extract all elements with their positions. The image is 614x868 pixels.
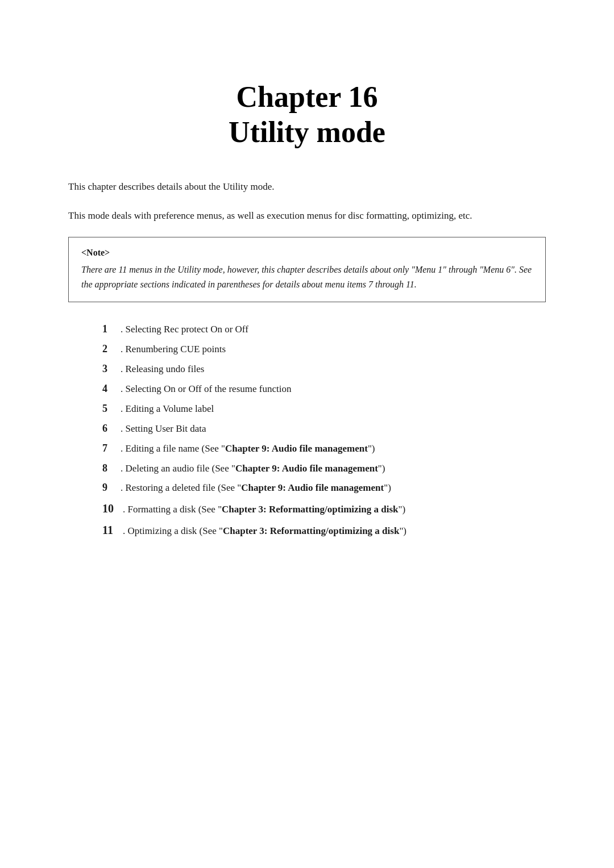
list-item: 2 . Renumbering CUE points — [102, 340, 546, 358]
list-item: 7 . Editing a file name (See "Chapter 9:… — [102, 440, 546, 457]
item-text: . Editing a Volume label — [121, 401, 546, 418]
item-number: 5 — [102, 400, 121, 418]
list-item: 10 . Formatting a disk (See "Chapter 3: … — [102, 499, 546, 518]
intro-paragraph-2: This mode deals with preference menus, a… — [68, 208, 546, 223]
item-number: 1 — [102, 320, 121, 338]
note-content: There are 11 menus in the Utility mode, … — [81, 262, 533, 291]
bold-reference: Chapter 3: Reformatting/optimizing a dis… — [222, 504, 398, 515]
item-number: 9 — [102, 479, 121, 496]
item-text: . Setting User Bit data — [121, 421, 546, 437]
menu-list: 1 . Selecting Rec protect On or Off 2 . … — [102, 320, 546, 540]
item-text: . Optimizing a disk (See "Chapter 3: Ref… — [123, 523, 546, 540]
item-number: 11 — [102, 520, 123, 540]
item-text: . Releasing undo files — [121, 361, 546, 378]
item-text: . Selecting Rec protect On or Off — [121, 322, 546, 338]
item-text: . Renumbering CUE points — [121, 341, 546, 358]
item-number: 7 — [102, 440, 121, 457]
bold-reference: Chapter 9: Audio file management — [225, 443, 368, 454]
item-number: 4 — [102, 380, 121, 398]
item-text: . Deleting an audio file (See "Chapter 9… — [121, 461, 546, 477]
item-number: 3 — [102, 360, 121, 378]
bold-reference: Chapter 9: Audio file management — [235, 463, 378, 474]
item-number: 6 — [102, 420, 121, 437]
intro-paragraph-1: This chapter describes details about the… — [68, 179, 546, 194]
list-item: 9 . Restoring a deleted file (See "Chapt… — [102, 479, 546, 496]
item-text: . Selecting On or Off of the resume func… — [121, 381, 546, 398]
item-text: . Formatting a disk (See "Chapter 3: Ref… — [123, 502, 546, 518]
item-number: 8 — [102, 460, 121, 477]
list-item: 8 . Deleting an audio file (See "Chapter… — [102, 460, 546, 477]
list-item: 4 . Selecting On or Off of the resume fu… — [102, 380, 546, 398]
bold-reference: Chapter 9: Audio file management — [241, 482, 384, 493]
item-number: 2 — [102, 340, 121, 358]
chapter-title-block: Chapter 16 Utility mode — [68, 80, 546, 151]
chapter-number: Chapter 16 — [237, 81, 378, 113]
note-label: <Note> — [81, 248, 533, 258]
chapter-title: Chapter 16 Utility mode — [68, 80, 546, 151]
list-item: 3 . Releasing undo files — [102, 360, 546, 378]
item-text: . Restoring a deleted file (See "Chapter… — [121, 480, 546, 496]
list-item: 11 . Optimizing a disk (See "Chapter 3: … — [102, 520, 546, 540]
list-item: 1 . Selecting Rec protect On or Off — [102, 320, 546, 338]
list-item: 6 . Setting User Bit data — [102, 420, 546, 437]
bold-reference: Chapter 3: Reformatting/optimizing a dis… — [223, 525, 399, 536]
item-text: . Editing a file name (See "Chapter 9: A… — [121, 441, 546, 457]
list-item: 5 . Editing a Volume label — [102, 400, 546, 418]
item-number: 10 — [102, 499, 123, 518]
chapter-name: Utility mode — [229, 116, 385, 148]
note-box: <Note> There are 11 menus in the Utility… — [68, 237, 546, 302]
